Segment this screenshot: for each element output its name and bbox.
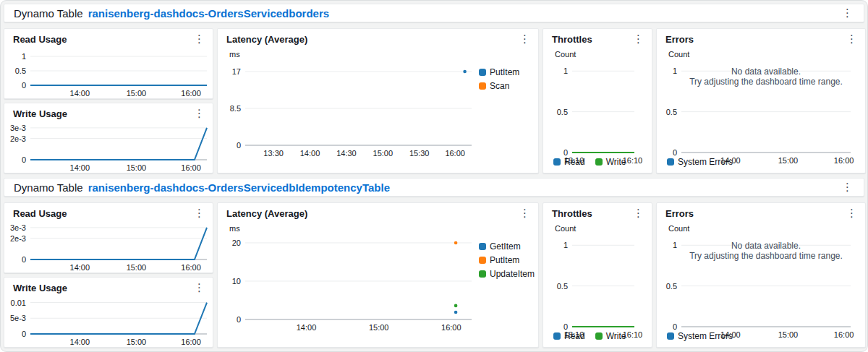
kebab-menu-icon[interactable]: ⋮ (516, 34, 534, 44)
svg-text:15:00: 15:00 (369, 323, 389, 332)
legend-item[interactable]: Write (595, 331, 626, 341)
svg-text:14:00: 14:00 (300, 149, 320, 158)
throttles-chart: 10.5013:1016:10 (543, 59, 652, 155)
svg-text:16:00: 16:00 (445, 149, 465, 158)
throttles-panel: Throttles ⋮ Count 10.5013:1016:10 ReadWr… (542, 28, 652, 173)
svg-text:0.5: 0.5 (557, 108, 568, 116)
svg-text:14:00: 14:00 (70, 338, 90, 346)
legend-item[interactable]: GetItem (479, 241, 538, 252)
panel-title: Errors (665, 208, 694, 219)
legend-marker-icon (667, 332, 674, 340)
legend-label: UpdateItem (490, 269, 535, 279)
throttles-chart: 10.5013:1016:10 (543, 233, 652, 330)
legend-marker-icon (479, 243, 486, 250)
svg-text:14:00: 14:00 (70, 263, 90, 272)
y-axis-unit-label: ms (218, 219, 538, 233)
panel-title: Read Usage (13, 208, 67, 219)
svg-text:15:00: 15:00 (127, 89, 147, 98)
legend-item[interactable]: System Errors (667, 331, 733, 341)
svg-text:15:00: 15:00 (127, 163, 147, 172)
legend-label: GetItem (490, 241, 521, 252)
write-usage-chart: 0.015e-3014:0015:0016:00 (4, 293, 213, 347)
throttles-panel: Throttles ⋮ Count 10.5013:1016:10 ReadWr… (542, 202, 652, 348)
svg-text:15:00: 15:00 (127, 263, 147, 272)
read-usage-chart: 10.5014:0015:0016:00 (4, 45, 213, 98)
dynamo-table-section-2: Dynamo Table ranisenberg-dashdocs-Orders… (4, 178, 864, 348)
legend-label: Write (606, 331, 626, 341)
panel-title: Throttles (552, 208, 592, 219)
kebab-menu-icon[interactable]: ⋮ (629, 208, 647, 218)
kebab-menu-icon[interactable]: ⋮ (843, 34, 861, 44)
legend-marker-icon (667, 158, 674, 166)
legend-item[interactable]: Write (595, 157, 626, 167)
svg-text:17: 17 (232, 67, 241, 76)
svg-text:13:30: 13:30 (263, 149, 284, 158)
kebab-menu-icon[interactable]: ⋮ (190, 283, 208, 293)
kebab-menu-icon[interactable]: ⋮ (516, 208, 534, 218)
kebab-menu-icon[interactable]: ⋮ (629, 34, 647, 44)
y-axis-unit-label: Count (543, 219, 652, 233)
table-name-link[interactable]: ranisenberg-dashdocs-OrdersServicedborde… (88, 7, 329, 20)
svg-text:0: 0 (22, 255, 26, 264)
svg-text:14:00: 14:00 (70, 89, 90, 98)
legend-label: System Errors (678, 331, 733, 341)
panel-title: Read Usage (13, 34, 67, 45)
kebab-menu-icon[interactable]: ⋮ (838, 182, 856, 192)
y-axis-unit-label: Count (543, 45, 652, 59)
svg-text:8.5: 8.5 (230, 104, 241, 113)
read-usage-panel: Read Usage ⋮ 3e-32e-3014:0015:0016:00 (4, 202, 213, 273)
svg-text:20: 20 (232, 239, 241, 247)
legend-item[interactable]: PutItem (479, 255, 538, 265)
legend-item[interactable]: PutItem (479, 67, 538, 77)
legend-item[interactable]: System Errors (667, 157, 733, 167)
svg-text:1: 1 (673, 66, 677, 75)
svg-text:0.5: 0.5 (666, 282, 677, 291)
legend-item[interactable]: Read (553, 331, 585, 341)
svg-text:1: 1 (563, 66, 568, 75)
legend-marker-icon (479, 69, 486, 76)
legend-label: Read (564, 157, 585, 167)
y-axis-unit-label: Count (657, 219, 865, 233)
table-name-link[interactable]: ranisenberg-dashdocs-OrdersServicedbIdem… (88, 181, 390, 194)
panel-title: Throttles (552, 34, 592, 45)
dynamo-table-section-1: Dynamo Table ranisenberg-dashdocs-Orders… (4, 4, 864, 173)
svg-text:3e-3: 3e-3 (10, 223, 26, 232)
svg-text:16:00: 16:00 (181, 263, 201, 272)
legend-label: Read (564, 331, 585, 341)
svg-text:16:00: 16:00 (181, 338, 201, 346)
kebab-menu-icon[interactable]: ⋮ (843, 208, 861, 218)
kebab-menu-icon[interactable]: ⋮ (190, 208, 208, 218)
svg-text:Try adjusting the dashboard ti: Try adjusting the dashboard time range. (689, 251, 843, 261)
latency-panel: Latency (Average) ⋮ ms 178.5013:3014:001… (217, 28, 539, 173)
write-usage-panel: Write Usage ⋮ 3e-32e-3014:0015:0016:00 (4, 103, 213, 173)
legend-item[interactable]: Scan (479, 81, 538, 91)
svg-text:15:00: 15:00 (373, 149, 393, 158)
panel-title: Latency (Average) (226, 208, 307, 219)
section-header: Dynamo Table ranisenberg-dashdocs-Orders… (4, 178, 864, 197)
svg-text:0.5: 0.5 (666, 108, 677, 116)
latency-chart: 2010014:0015:0016:00 (218, 233, 479, 332)
kebab-menu-icon[interactable]: ⋮ (190, 34, 208, 44)
section-title-prefix: Dynamo Table (14, 181, 83, 194)
legend-marker-icon (553, 158, 561, 166)
svg-text:0: 0 (22, 155, 26, 164)
svg-text:0: 0 (237, 315, 241, 324)
legend-marker-icon (479, 82, 486, 90)
svg-text:1: 1 (563, 241, 568, 249)
svg-text:0: 0 (22, 330, 26, 338)
svg-text:0.01: 0.01 (11, 299, 26, 307)
svg-text:14:30: 14:30 (336, 149, 357, 158)
svg-text:0: 0 (22, 81, 26, 90)
svg-text:2e-3: 2e-3 (10, 134, 26, 143)
kebab-menu-icon[interactable]: ⋮ (190, 108, 208, 119)
errors-chart: 10.5014:0015:0016:00No data available.Tr… (657, 233, 865, 330)
svg-text:2e-3: 2e-3 (10, 234, 26, 243)
svg-text:14:00: 14:00 (70, 163, 90, 172)
panels-row: Read Usage ⋮ 3e-32e-3014:0015:0016:00 Wr… (4, 202, 864, 348)
chart-legend: System Errors (657, 330, 865, 347)
kebab-menu-icon[interactable]: ⋮ (838, 8, 856, 18)
legend-marker-icon (595, 332, 603, 340)
legend-item[interactable]: Read (553, 157, 585, 167)
legend-item[interactable]: UpdateItem (479, 269, 538, 279)
panel-title: Write Usage (13, 108, 67, 119)
